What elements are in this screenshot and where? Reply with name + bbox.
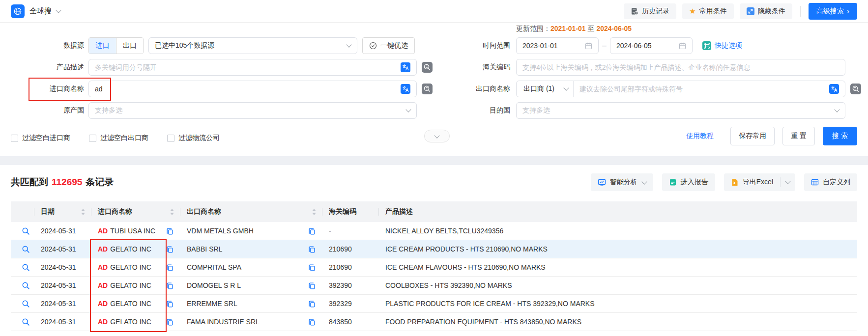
origin-country-row: 原产国 支持多选 xyxy=(0,102,417,119)
origin-country-label: 原产国 xyxy=(0,106,84,115)
magnifier-icon[interactable] xyxy=(22,245,30,253)
update-range-label: 更新范围： xyxy=(516,25,550,32)
magnifier-icon[interactable] xyxy=(22,281,30,290)
arrow-right-icon: › xyxy=(847,7,849,15)
copy-icon[interactable] xyxy=(166,300,174,308)
checkbox-icon xyxy=(89,135,96,142)
magnifier-icon[interactable] xyxy=(22,300,30,308)
save-favorite-button[interactable]: 保存常用 xyxy=(730,127,775,145)
cell-description: COOLBOXES - HTS 392390,NO MARKS xyxy=(378,277,857,294)
importer-highlight: AD xyxy=(98,281,108,289)
history-button[interactable]: 历史记录 xyxy=(624,3,676,19)
cell-importer: ADGELATO INC xyxy=(91,258,180,276)
table-row[interactable]: 2024-05-31 ADGELATO INC COMPRITAL SPA 21… xyxy=(11,258,857,277)
copy-icon[interactable] xyxy=(308,264,316,271)
copy-icon[interactable] xyxy=(308,318,316,326)
cell-exporter: COMPRITAL SPA xyxy=(180,258,322,276)
importer-input[interactable] xyxy=(95,85,401,93)
translate-icon[interactable] xyxy=(401,62,410,72)
collapse-form-button[interactable] xyxy=(424,130,450,142)
export-options-chevron[interactable] xyxy=(781,173,795,191)
export-excel-button[interactable]: 导出Excel xyxy=(724,173,780,191)
header-label: 日期 xyxy=(41,207,55,216)
table-row[interactable]: 2024-05-31 ADGELATO INC FAMA INDUSTRIE S… xyxy=(11,313,857,331)
copy-icon[interactable] xyxy=(166,264,174,271)
fuzzy-match-icon[interactable] xyxy=(850,84,861,94)
import-export-toggle: 进口 出口 xyxy=(88,37,144,54)
origin-country-select[interactable]: 支持多选 xyxy=(88,102,417,119)
copy-icon[interactable] xyxy=(166,246,174,253)
tab-export[interactable]: 出口 xyxy=(116,38,143,54)
product-desc-input[interactable] xyxy=(95,63,401,71)
product-desc-field-wrap xyxy=(88,59,417,76)
origin-country-placeholder: 支持多选 xyxy=(95,106,122,115)
checkbox-filter-blank-importer[interactable]: 过滤空白进口商 xyxy=(11,134,70,142)
quick-options-button[interactable]: 快捷选项 xyxy=(702,41,742,50)
cell-exporter: BABBI SRL xyxy=(180,240,322,258)
importer-rest: GELATO INC xyxy=(110,245,151,253)
reset-button[interactable]: 重 置 xyxy=(782,127,815,145)
update-range-end: 2024-06-05 xyxy=(596,25,632,32)
optimize-label: 一键优选 xyxy=(380,41,408,50)
time-range-row: 时间范围 2023-01-01 – 2024-06-05 快捷选项 xyxy=(428,37,742,54)
tab-import[interactable]: 进口 xyxy=(89,38,116,54)
star-icon: ★ xyxy=(689,7,695,15)
smart-analysis-button[interactable]: 智能分析 xyxy=(591,173,653,191)
summary-prefix: 共匹配到 xyxy=(11,177,48,187)
one-click-optimize-button[interactable]: 一键优选 xyxy=(362,37,415,54)
exporter-type-select[interactable]: 出口商 (1) xyxy=(517,81,574,97)
hs-code-row: 海关编码 xyxy=(428,59,845,76)
importer-label: 进口商名称 xyxy=(0,84,84,93)
hs-code-input[interactable] xyxy=(522,63,839,71)
header-exporter[interactable]: 出口商名称 xyxy=(180,201,322,222)
search-button[interactable]: 搜 索 xyxy=(823,127,857,145)
copy-icon[interactable] xyxy=(166,318,174,326)
export-excel-label: 导出Excel xyxy=(743,178,773,187)
app-switch-chevron-down-icon[interactable] xyxy=(56,7,61,13)
start-date-picker[interactable]: 2023-01-01 xyxy=(516,37,599,54)
magnifier-icon[interactable] xyxy=(22,263,30,272)
copy-icon[interactable] xyxy=(308,246,316,253)
summary-suffix: 条记录 xyxy=(86,177,114,187)
magnifier-icon[interactable] xyxy=(22,318,30,326)
table-row[interactable]: 2024-05-31 ADGELATO INC ERREMME SRL 3923… xyxy=(11,295,857,313)
copy-icon[interactable] xyxy=(308,300,316,308)
favorites-button[interactable]: ★ 常用条件 xyxy=(682,3,733,19)
table-row[interactable]: 2024-05-31 ADGELATO INC BABBI SRL 210690… xyxy=(11,240,857,258)
copy-icon[interactable] xyxy=(166,227,174,235)
data-source-select[interactable]: 已选中105个数据源 xyxy=(148,37,357,54)
start-date-value: 2023-01-01 xyxy=(522,42,558,50)
sort-icons[interactable] xyxy=(312,209,316,215)
table-row[interactable]: 2024-05-31 ADTUBI USA INC VDM METALS GMB… xyxy=(11,222,857,240)
copy-icon[interactable] xyxy=(308,282,316,289)
tutorial-link[interactable]: 使用教程 xyxy=(686,132,714,140)
cell-importer: ADTUBI USA INC xyxy=(91,222,180,240)
magnifier-icon[interactable] xyxy=(22,227,30,235)
translate-icon[interactable] xyxy=(401,84,410,94)
copy-icon[interactable] xyxy=(166,282,174,289)
exporter-input[interactable] xyxy=(579,85,829,93)
translate-icon[interactable] xyxy=(829,84,839,94)
destination-country-select[interactable]: 支持多选 xyxy=(516,102,845,119)
sort-icons[interactable] xyxy=(170,209,174,215)
table-body: 2024-05-31 ADTUBI USA INC VDM METALS GMB… xyxy=(11,222,857,331)
checkbox-filter-blank-exporter[interactable]: 过滤空白出口商 xyxy=(89,134,148,142)
cell-hs-code: 843850 xyxy=(322,313,378,331)
table-row[interactable]: 2024-05-31 ADGELATO INC DOMOGEL S R L 39… xyxy=(11,277,857,295)
hide-conditions-button[interactable]: 隐藏条件 xyxy=(740,3,792,19)
customize-columns-button[interactable]: 自定义列 xyxy=(804,173,857,191)
header-importer[interactable]: 进口商名称 xyxy=(91,201,180,222)
results-header: 共匹配到112695条记录 智能分析 进入报告 xyxy=(11,172,857,193)
product-desc-label: 产品描述 xyxy=(0,63,84,72)
history-label: 历史记录 xyxy=(642,7,669,16)
header-date[interactable]: 日期 xyxy=(34,201,91,222)
end-date-picker[interactable]: 2024-06-05 xyxy=(610,37,693,54)
summary-count: 112695 xyxy=(52,177,82,187)
checkbox-filter-logistics[interactable]: 过滤物流公司 xyxy=(167,134,220,142)
importer-rest: GELATO INC xyxy=(110,281,151,289)
enter-report-button[interactable]: 进入报告 xyxy=(662,173,715,191)
sort-icons[interactable] xyxy=(81,209,85,215)
advanced-search-button[interactable]: 高级搜索 › xyxy=(809,3,857,20)
copy-icon[interactable] xyxy=(308,227,316,235)
divider xyxy=(800,6,801,17)
